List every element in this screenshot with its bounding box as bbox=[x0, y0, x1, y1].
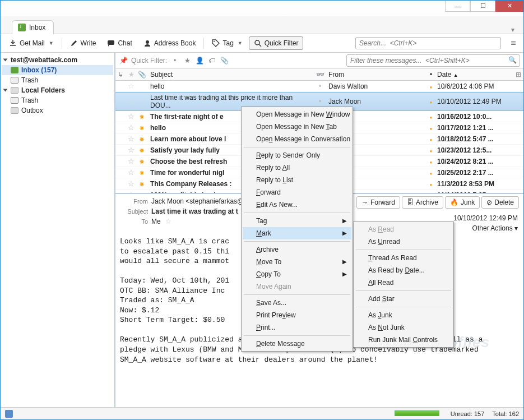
row-date: 11/3/2012 8:53 PM bbox=[435, 180, 513, 188]
menu-item[interactable]: Mark▶ bbox=[243, 227, 351, 239]
menu-item[interactable]: Reply to All bbox=[243, 161, 351, 174]
mark-submenu: As ReadAs UnreadThread As ReadAs Read by… bbox=[353, 221, 454, 348]
write-button[interactable]: Write bbox=[65, 36, 101, 50]
quick-filter-button[interactable]: Quick Filter bbox=[249, 36, 304, 50]
from-value: Jack Moon <stephaniefarkas@ bbox=[151, 197, 244, 205]
menu-item[interactable]: Move To▶ bbox=[243, 256, 351, 268]
menu-item[interactable]: Add Star bbox=[355, 293, 452, 305]
menu-item[interactable]: Reply to Sender Only bbox=[243, 149, 351, 161]
chat-button[interactable]: Chat bbox=[102, 36, 137, 50]
menu-item[interactable]: Delete Message bbox=[243, 338, 351, 350]
date-column[interactable]: Date ▲ bbox=[435, 71, 513, 79]
attachment-filter-icon[interactable]: 📎 bbox=[220, 56, 229, 65]
menu-item[interactable]: All Read bbox=[355, 276, 452, 289]
sidebar-inbox[interactable]: Inbox (157) bbox=[2, 65, 113, 75]
star-icon[interactable]: ☆ bbox=[128, 82, 135, 90]
new-icon: ✸ bbox=[140, 136, 144, 142]
new-icon: ✸ bbox=[140, 159, 144, 165]
to-value: Me bbox=[151, 218, 161, 225]
main-toolbar: Get Mail▼ Write Chat Address Book Tag▼ Q… bbox=[1, 34, 523, 53]
new-icon: ✸ bbox=[140, 125, 144, 131]
star-icon[interactable]: ☆ bbox=[128, 123, 135, 132]
account-node[interactable]: test@webattack.com bbox=[2, 55, 113, 65]
star-icon[interactable]: ☆ bbox=[128, 146, 135, 154]
menu-item[interactable]: As Unread bbox=[355, 236, 452, 248]
message-filter-input[interactable] bbox=[346, 54, 520, 67]
minimize-button[interactable]: — bbox=[445, 1, 470, 12]
forward-button[interactable]: → Forward bbox=[356, 196, 400, 209]
menu-item[interactable]: As Read by Date... bbox=[355, 264, 452, 276]
menu-item[interactable]: Open Message in Conversation bbox=[243, 133, 351, 145]
unread-filter-icon[interactable]: • bbox=[170, 56, 179, 65]
svg-point-1 bbox=[146, 40, 149, 44]
star-icon[interactable]: ☆ bbox=[128, 112, 135, 121]
chat-icon bbox=[107, 39, 115, 47]
menu-item[interactable]: As Not Junk bbox=[355, 321, 452, 334]
sidebar-local-trash[interactable]: Trash bbox=[2, 95, 113, 105]
subject-column[interactable]: Subject bbox=[147, 71, 314, 79]
total-count: Total: 162 bbox=[492, 410, 519, 417]
star-filter-icon[interactable]: ★ bbox=[183, 56, 192, 65]
quick-filter-label: Quick Filter: bbox=[131, 57, 167, 64]
from-column[interactable]: From bbox=[326, 71, 427, 79]
sidebar-outbox[interactable]: Outbox bbox=[2, 105, 113, 116]
menu-item[interactable]: Print Preview bbox=[243, 309, 351, 321]
message-row[interactable]: ☆hello•Davis Walton●10/6/2012 4:06 PM bbox=[115, 81, 523, 92]
delete-button[interactable]: ⊘ Delete bbox=[481, 196, 519, 209]
star-icon[interactable]: ☆ bbox=[128, 179, 135, 188]
menu-item: Move Again bbox=[243, 280, 351, 293]
close-button[interactable]: ✕ bbox=[495, 1, 523, 12]
column-headers: ↳ ★ 📎 Subject 👓 From • Date ▲ ⊞ bbox=[115, 69, 523, 81]
inbox-icon bbox=[11, 67, 18, 73]
progress-bar bbox=[395, 410, 439, 416]
menu-item[interactable]: Edit As New... bbox=[243, 199, 351, 211]
pin-icon[interactable]: 📌 bbox=[119, 56, 128, 65]
thread-column[interactable]: ↳ bbox=[115, 71, 126, 79]
menu-item[interactable]: Copy To▶ bbox=[243, 268, 351, 280]
attachment-column[interactable]: 📎 bbox=[137, 71, 147, 79]
menu-item[interactable]: Open Message in New Tab bbox=[243, 121, 351, 133]
new-icon: ✸ bbox=[140, 181, 144, 187]
menu-item[interactable]: Archive bbox=[243, 243, 351, 256]
other-actions-button[interactable]: Other Actions ▾ bbox=[472, 224, 518, 232]
to-label: To bbox=[120, 218, 148, 225]
star-icon[interactable]: ☆ bbox=[165, 218, 171, 225]
activity-icon bbox=[5, 410, 13, 418]
star-icon[interactable]: ☆ bbox=[128, 157, 135, 165]
title-bar: — ☐ ✕ bbox=[1, 1, 523, 16]
tag-button[interactable]: Tag▼ bbox=[207, 36, 247, 50]
star-icon[interactable]: ☆ bbox=[128, 168, 135, 177]
menu-item[interactable]: Tag▶ bbox=[243, 215, 351, 227]
star-column[interactable]: ★ bbox=[126, 71, 137, 79]
sidebar-trash[interactable]: Trash bbox=[2, 75, 113, 85]
junk-button[interactable]: 🔥 Junk bbox=[445, 196, 480, 209]
menu-item[interactable]: Print... bbox=[243, 321, 351, 334]
app-menu-button[interactable]: ≡ bbox=[507, 38, 520, 48]
get-mail-button[interactable]: Get Mail▼ bbox=[4, 36, 59, 50]
menu-item[interactable]: Run Junk Mail Controls bbox=[355, 334, 452, 346]
row-date: 10/17/2012 1:21 ... bbox=[435, 124, 513, 132]
svg-rect-0 bbox=[108, 40, 114, 45]
address-book-button[interactable]: Address Book bbox=[138, 36, 201, 50]
contact-filter-icon[interactable]: 👤 bbox=[195, 56, 204, 65]
archive-button[interactable]: 🗄 Archive bbox=[402, 196, 443, 209]
maximize-button[interactable]: ☐ bbox=[470, 1, 495, 12]
star-icon[interactable]: ☆ bbox=[128, 135, 135, 143]
menu-item[interactable]: As Junk bbox=[355, 309, 452, 321]
quick-filter-bar: 📌 Quick Filter: • ★ 👤 🏷 📎 🔍 bbox=[115, 53, 523, 69]
junk-column[interactable]: • bbox=[427, 71, 435, 79]
global-search-input[interactable] bbox=[355, 37, 501, 49]
star-icon[interactable]: ☆ bbox=[128, 98, 135, 106]
menu-item[interactable]: Thread As Read bbox=[355, 252, 452, 264]
local-folders-node[interactable]: Local Folders bbox=[2, 85, 113, 95]
tab-dropdown[interactable]: ▾ bbox=[508, 26, 518, 34]
menu-item[interactable]: Reply to List bbox=[243, 174, 351, 186]
menu-item[interactable]: Forward bbox=[243, 186, 351, 199]
read-column[interactable]: 👓 bbox=[314, 71, 326, 79]
tab-inbox[interactable]: Inbox bbox=[12, 20, 54, 34]
menu-item[interactable]: Open Message in New Window bbox=[243, 108, 351, 121]
menu-item[interactable]: Save As... bbox=[243, 297, 351, 309]
tag-filter-icon[interactable]: 🏷 bbox=[207, 56, 216, 65]
column-picker[interactable]: ⊞ bbox=[513, 71, 523, 79]
pencil-icon bbox=[70, 39, 78, 47]
